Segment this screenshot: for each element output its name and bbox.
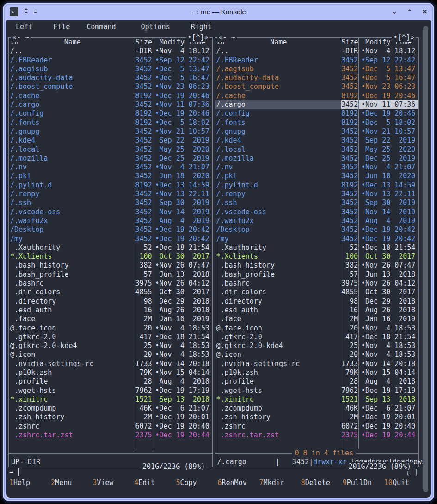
file-row[interactable]: .bashrc3975•Nov 26 04:12 — [9, 279, 212, 288]
file-row[interactable]: /.pki3452 Jun 18 2020 — [215, 172, 419, 180]
file-row[interactable]: .p10k.zsh79K•Nov 15 04:14 — [215, 368, 419, 377]
file-row[interactable]: .esd_auth16 Aug 26 2018 — [9, 306, 212, 315]
file-row[interactable]: /.kde43452 Sep 22 2019 — [9, 136, 212, 145]
file-row[interactable]: .zcompdump46K•Dec 6 21:07 — [215, 404, 419, 413]
file-row[interactable]: /.mozilla3452 Dec 25 2019 — [215, 154, 419, 163]
file-row[interactable]: .zshrc6072•Dec 19 20:40 — [215, 422, 419, 431]
file-row[interactable]: /.renpy3452•Nov 13 22:11 — [215, 190, 419, 199]
file-row[interactable]: @.gtkrc-2.0-kde425•Nov 4 18:53 — [9, 342, 212, 350]
file-row[interactable]: /.fonts8192•Dec 5 18:02 — [9, 118, 212, 127]
panel-right-corner-button[interactable]: •[^]» — [392, 33, 416, 42]
terminal-scrollbar[interactable] — [423, 26, 428, 492]
panel-left-path[interactable]: «- ~ — [11, 33, 31, 42]
file-row[interactable]: @.icon20•Nov 4 18:53 — [215, 350, 419, 359]
file-row[interactable]: @.face.icon20•Nov 4 18:53 — [9, 324, 212, 333]
panel-left-corner-button[interactable]: •[^]» — [186, 33, 209, 42]
file-row[interactable]: /.ssh3452 Sep 30 2019 — [215, 199, 419, 207]
file-row[interactable]: /my3452•Dec 19 20:42 — [215, 235, 419, 243]
file-row[interactable]: .bash_profile57 Jun 13 2018 — [9, 270, 212, 279]
file-row[interactable]: /.config8192•Dec 19 20:46 — [9, 109, 212, 118]
fnkey-quit[interactable]: 10Quit — [384, 479, 426, 487]
file-row[interactable]: .Xauthority52•Dec 18 21:54 — [215, 243, 419, 252]
file-row[interactable]: @.icon20•Nov 4 18:53 — [9, 350, 212, 359]
file-row[interactable]: /.gnupg3452•Nov 21 10:57 — [9, 127, 212, 136]
file-row[interactable]: /.config8192•Dec 19 20:46 — [215, 109, 419, 118]
file-row[interactable]: .zshrc.tar.zst2375•Dec 19 20:44 — [9, 431, 212, 440]
fnkey-delete[interactable]: 8Delete — [301, 479, 343, 487]
keep-above-icon[interactable]: ⌃ ⌃ — [24, 9, 29, 15]
fnkey-menu[interactable]: 2Menu — [51, 479, 92, 487]
file-row[interactable]: .zsh_history2M•Dec 19 20:01 — [9, 413, 212, 422]
file-row[interactable]: /.vscode-oss3452 Nov 14 2019 — [215, 208, 419, 217]
file-row[interactable]: .zshrc6072•Dec 19 20:40 — [9, 422, 212, 431]
file-row[interactable]: /.audacity-data3452•Dec 5 16:47 — [215, 74, 419, 82]
column-header-size[interactable]: Size — [135, 38, 153, 47]
file-row[interactable]: /.waifu2x3452 Aug 4 2019 — [9, 217, 212, 225]
file-row[interactable]: .p10k.zsh79K•Nov 15 04:14 — [9, 368, 212, 377]
file-row[interactable]: /Desktop3452•Dec 19 20:42 — [9, 225, 212, 234]
file-row[interactable]: /Desktop3452•Dec 19 20:42 — [215, 225, 419, 234]
file-row[interactable]: /my3452•Dec 19 20:42 — [9, 235, 212, 243]
file-row[interactable]: /.vscode-oss3452 Nov 14 2019 — [9, 208, 212, 217]
file-row[interactable]: .esd_auth16 Aug 26 2018 — [215, 306, 419, 315]
file-row[interactable]: .dir_colors4855 Oct 30 2017 — [9, 288, 212, 297]
file-row[interactable]: @.face.icon20•Nov 4 18:53 — [215, 324, 419, 333]
menu-item-left[interactable]: Left — [16, 23, 32, 31]
file-row[interactable]: *.Xclients100 Oct 30 2017 — [9, 252, 212, 261]
app-menu-icon[interactable]: ≡ — [34, 10, 37, 14]
file-row[interactable]: /.nv3452•Nov 4 21:07 — [215, 163, 419, 172]
fnkey-copy[interactable]: 5Copy — [176, 479, 217, 487]
fnkey-help[interactable]: 1Help — [9, 479, 51, 487]
fnkey-edit[interactable]: 4Edit — [134, 479, 176, 487]
menu-item-options[interactable]: Options — [141, 23, 170, 31]
file-row[interactable]: .profile28 Aug 4 2018 — [9, 377, 212, 386]
fnkey-mkdir[interactable]: 7Mkdir — [259, 479, 301, 487]
file-row[interactable]: /.nv3452•Nov 4 21:07 — [9, 163, 212, 172]
file-row[interactable]: .bash_history382•Nov 26 07:47 — [215, 261, 419, 270]
file-row[interactable]: /.ssh3452 Sep 30 2019 — [9, 199, 212, 207]
file-row[interactable]: /.aegisub3452•Dec 5 13:47 — [9, 65, 212, 74]
close-icon[interactable]: ✕ — [422, 10, 427, 14]
minimize-icon[interactable]: ⌄ — [392, 10, 397, 14]
file-row[interactable]: /.cache8192•Dec 19 20:46 — [9, 92, 212, 100]
fnkey-view[interactable]: 3View — [92, 479, 134, 487]
column-header-size[interactable]: Size — [341, 38, 358, 47]
file-row[interactable]: .dir_colors4855 Oct 30 2017 — [215, 288, 419, 297]
file-row[interactable]: *.Xclients100 Oct 30 2017 — [215, 252, 419, 261]
file-row[interactable]: /.gnupg3452•Nov 21 10:57 — [215, 127, 419, 136]
file-row[interactable]: /.local3452 May 25 2020 — [215, 145, 419, 154]
file-row[interactable]: .wget-hsts7962•Dec 19 17:19 — [215, 386, 419, 395]
file-row[interactable]: /.boost_compute3452•Nov 23 06:23 — [9, 82, 212, 91]
fnkey-pulldn[interactable]: 9PullDn — [343, 479, 384, 487]
file-row[interactable]: /..-DIR•Nov 4 18:12 — [215, 47, 419, 56]
panel-right-path[interactable]: «- ~ — [217, 33, 237, 42]
file-row[interactable]: *.xinitrc1521 Sep 13 2018 — [215, 395, 419, 404]
file-row[interactable]: /.FBReader3452•Sep 12 22:42 — [9, 56, 212, 65]
file-row[interactable]: @.gtkrc-2.0-kde425•Nov 4 18:53 — [215, 342, 419, 350]
file-row[interactable]: .zcompdump46K•Dec 6 21:07 — [9, 404, 212, 413]
window-titlebar[interactable]: > ⌃ ⌃ ≡ ~ : mc — Konsole ⌄ ⌃ ✕ — [3, 3, 434, 20]
file-row[interactable]: .zshrc.tar.zst2375•Dec 19 20:44 — [215, 431, 419, 440]
file-row[interactable]: /.fonts8192•Dec 5 18:02 — [215, 118, 419, 127]
menu-item-command[interactable]: Command — [86, 23, 116, 31]
file-row[interactable]: /.waifu2x3452 Aug 4 2019 — [215, 217, 419, 225]
menu-item-right[interactable]: Right — [191, 23, 212, 31]
file-row[interactable]: .face2M Jan 16 2019 — [215, 315, 419, 324]
file-row[interactable]: /.FBReader3452•Sep 12 22:42 — [215, 56, 419, 65]
file-row[interactable]: /.local3452 May 25 2020 — [9, 145, 212, 154]
file-row[interactable]: .gtkrc-2.0417•Dec 18 21:54 — [9, 333, 212, 342]
maximize-icon[interactable]: ⌃ — [407, 10, 412, 14]
file-row[interactable]: .directory98 Dec 29 2018 — [9, 297, 212, 306]
file-row[interactable]: .nvidia-settings-rc1733•Nov 14 20:18 — [9, 360, 212, 368]
fnkey-renmov[interactable]: 6RenMov — [217, 479, 259, 487]
file-row[interactable]: .gtkrc-2.0417•Dec 18 21:54 — [215, 333, 419, 342]
file-row[interactable]: .profile28 Aug 4 2018 — [215, 377, 419, 386]
file-row[interactable]: /.renpy3452•Nov 13 22:11 — [9, 190, 212, 199]
file-row[interactable]: .bash_profile57 Jun 13 2018 — [215, 270, 419, 279]
file-row[interactable]: /.kde43452 Sep 22 2019 — [215, 136, 419, 145]
file-row[interactable]: /.cache8192•Dec 19 20:46 — [215, 92, 419, 100]
file-row[interactable]: .face2M Jan 16 2019 — [9, 315, 212, 324]
file-row[interactable]: .zsh_history2M•Dec 19 20:01 — [215, 413, 419, 422]
file-row[interactable]: /.boost_compute3452•Nov 23 06:23 — [215, 82, 419, 91]
column-header-row[interactable]: ↓nName Size Modify time — [9, 38, 212, 47]
